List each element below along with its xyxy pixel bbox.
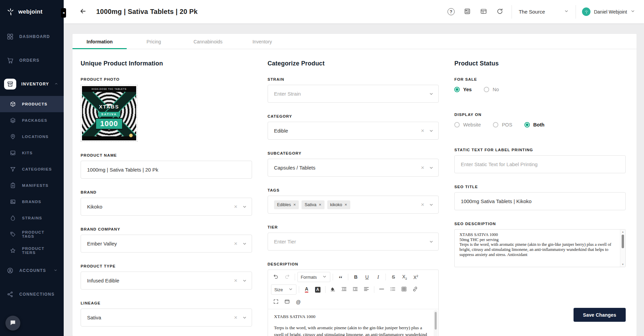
chevron-down-icon[interactable]	[242, 241, 247, 246]
chevron-down-icon[interactable]	[428, 239, 434, 244]
sidebar-item-locations[interactable]: LOCATIONS	[0, 129, 64, 145]
back-button[interactable]	[77, 6, 89, 18]
preview-button[interactable]	[282, 297, 292, 307]
scrollbar-thumb[interactable]	[622, 235, 624, 248]
chevron-down-icon[interactable]	[428, 129, 434, 133]
tab-information[interactable]: Information	[72, 34, 127, 49]
remove-tag-icon[interactable]: ×	[293, 202, 296, 207]
clear-icon[interactable]: ×	[230, 204, 242, 210]
scroll-down-icon[interactable]: ▼	[622, 263, 624, 266]
scrollbar-track[interactable]	[620, 233, 625, 263]
clear-icon[interactable]: ×	[230, 278, 242, 283]
subcategory-select[interactable]: Capsules / Tablets ×	[268, 159, 439, 177]
category-select[interactable]: Edible ×	[268, 122, 439, 140]
subscript-button[interactable]: X2	[399, 272, 410, 282]
radio-for-sale-no[interactable]: No	[484, 87, 499, 92]
insert-table-button[interactable]	[399, 284, 409, 295]
static-text-input[interactable]	[454, 155, 626, 173]
radio-for-sale-yes[interactable]: Yes	[454, 87, 472, 92]
help-button[interactable]: ?	[444, 5, 458, 19]
formats-dropdown[interactable]: Formats	[297, 272, 331, 282]
sidebar-item-packages[interactable]: PACKAGES	[0, 112, 64, 129]
radio-display-website[interactable]: Website	[454, 122, 481, 127]
brand-select[interactable]: Kikoko ×	[81, 198, 252, 216]
sidebar-item-orders[interactable]: ORDERS	[0, 48, 64, 72]
remove-tag-icon[interactable]: ×	[319, 202, 321, 207]
clear-icon[interactable]: ×	[417, 128, 428, 134]
scroll-up-icon[interactable]: ▲	[622, 231, 624, 233]
tab-cannabinoids[interactable]: Cannabinoids	[181, 34, 235, 49]
clear-icon[interactable]: ×	[230, 241, 242, 246]
strikethrough-button[interactable]: S	[388, 272, 398, 282]
store-selector[interactable]: The Source	[517, 9, 571, 15]
chevron-down-icon[interactable]	[428, 202, 434, 207]
sidebar-item-connections[interactable]: CONNECTIONS	[0, 282, 64, 306]
user-menu[interactable]: Daniel Webjoint	[581, 7, 635, 16]
seo-title-input[interactable]	[454, 192, 626, 210]
outdent-button[interactable]	[339, 284, 349, 295]
insert-link-button[interactable]	[410, 284, 420, 295]
chevron-down-icon[interactable]	[242, 315, 247, 320]
tab-pricing[interactable]: Pricing	[127, 34, 181, 49]
product-name-input[interactable]	[81, 161, 252, 179]
chat-bubble-button[interactable]	[5, 316, 20, 331]
remove-tag-icon[interactable]: ×	[345, 202, 347, 207]
sidebar-item-strains[interactable]: STRAINS	[0, 210, 64, 226]
sidebar-item-dashboard[interactable]: DASHBOARD	[0, 25, 64, 48]
tab-inventory[interactable]: Inventory	[235, 34, 289, 49]
sidebar-item-inventory[interactable]: INVENTORY	[0, 72, 64, 96]
tag-chip[interactable]: Sativa ×	[302, 200, 324, 209]
sidebar-item-categories[interactable]: CATEGORIES	[0, 161, 64, 177]
size-dropdown[interactable]: Size	[271, 284, 296, 295]
editor-content[interactable]: XTABS SATIVA 1000 Terps is the word, wit…	[268, 309, 439, 336]
chevron-down-icon[interactable]	[428, 92, 434, 96]
sidebar-item-products[interactable]: PRODUCTS	[0, 96, 64, 112]
mention-button[interactable]: @	[293, 297, 304, 307]
superscript-button[interactable]: X2	[411, 272, 421, 282]
chevron-down-icon[interactable]	[242, 204, 247, 209]
sidebar-item-accounts[interactable]: ACCOUNTS	[0, 259, 64, 282]
sidebar-collapse-button[interactable]: ◀	[61, 8, 66, 18]
chevron-down-icon[interactable]	[428, 165, 434, 170]
bold-button[interactable]: B	[351, 272, 361, 282]
clear-formatting-button[interactable]	[328, 284, 338, 295]
radio-display-both[interactable]: Both	[524, 122, 544, 127]
scrollbar-thumb[interactable]	[435, 312, 437, 330]
lineage-select[interactable]: Sativa ×	[81, 309, 252, 327]
chevron-down-icon[interactable]	[242, 278, 247, 283]
seo-scrollbar[interactable]: ▲ ▼	[620, 230, 625, 267]
seo-description-textarea[interactable]: XTABS SATIVA 1000 50mg THC per serving T…	[454, 229, 626, 267]
save-changes-button[interactable]: Save Changes	[574, 308, 626, 322]
sidebar-item-manifests[interactable]: MANIFESTS	[0, 177, 64, 194]
editor-scrollbar[interactable]	[434, 310, 438, 336]
blockquote-button[interactable]: “	[335, 272, 346, 282]
refresh-button[interactable]	[493, 5, 507, 19]
fullscreen-button[interactable]	[271, 297, 281, 307]
tier-select[interactable]: Enter Tier	[268, 233, 439, 251]
underline-button[interactable]: U	[362, 272, 372, 282]
sidebar-item-kits[interactable]: KITS	[0, 145, 64, 161]
undo-button[interactable]	[271, 272, 281, 282]
sidebar-item-brands[interactable]: BRANDS	[0, 194, 64, 210]
sidebar-item-product-tiers[interactable]: PRODUCT TIERS	[0, 242, 64, 259]
brand-company-select[interactable]: Ember Valley ×	[81, 235, 252, 253]
tags-multiselect[interactable]: Edibles × Sativa × kikoko	[268, 196, 439, 214]
horizontal-rule-button[interactable]	[377, 284, 387, 295]
clear-icon[interactable]: ×	[417, 202, 428, 207]
logo[interactable]: webjoint	[0, 0, 64, 23]
redo-button[interactable]	[282, 272, 292, 282]
italic-button[interactable]: I	[373, 272, 383, 282]
product-type-select[interactable]: Infused Edible ×	[81, 272, 252, 290]
tag-chip[interactable]: kikoko ×	[327, 200, 350, 209]
text-color-button[interactable]: A	[302, 284, 312, 295]
clear-icon[interactable]: ×	[230, 315, 242, 320]
strain-select[interactable]: Enter Strain	[268, 85, 439, 103]
background-color-button[interactable]: A	[313, 284, 323, 295]
tag-chip[interactable]: Edibles ×	[274, 200, 299, 209]
align-button[interactable]	[361, 284, 372, 295]
list-button[interactable]	[388, 284, 398, 295]
sidebar-item-product-tags[interactable]: PRODUCT TAGS	[0, 226, 64, 242]
radio-display-pos[interactable]: POS	[493, 122, 512, 127]
product-photo-upload[interactable]: HIGH-DOSE THC TABLETS XTABS SATIVA 1000	[81, 85, 138, 142]
indent-button[interactable]	[350, 284, 360, 295]
